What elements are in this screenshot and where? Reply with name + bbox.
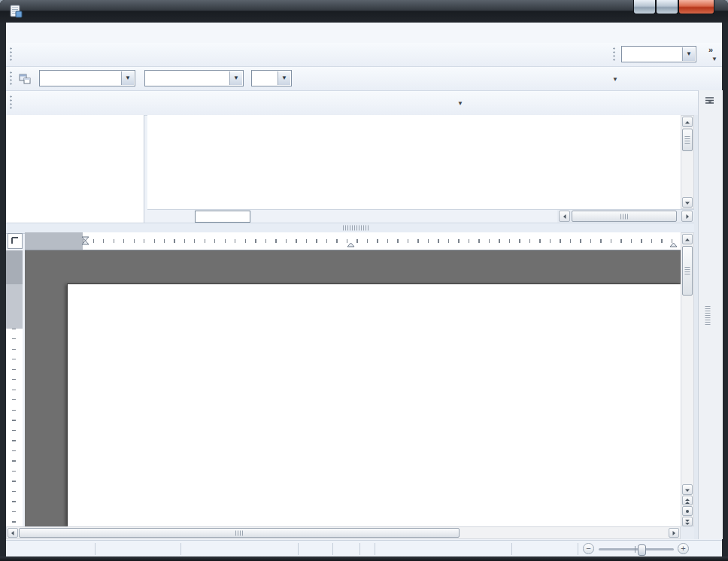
find-dropdown-icon[interactable]: ▼ [682,47,695,61]
document-scroll-thumb[interactable] [682,246,693,296]
scroll-down-icon[interactable] [682,484,693,495]
scroll-left-icon[interactable] [559,211,570,222]
status-bar: − + [6,540,722,557]
menu-bar [6,23,722,44]
document-hscroll-thumb[interactable] [19,528,460,538]
bold-button[interactable] [302,70,321,89]
data-source-explorer [6,115,144,223]
scroll-up-icon[interactable] [682,117,693,127]
document-view[interactable] [25,250,681,526]
zoom-slider-thumb[interactable] [638,544,646,556]
horizontal-ruler[interactable] [25,232,681,250]
formatting-toolbar-options-icon[interactable]: ▼ [612,76,618,83]
formatting-toolbar: ▼ ▼ ▼ ▼ [6,67,722,91]
toolbar-grip[interactable] [9,71,13,86]
minimize-button[interactable] [633,0,656,14]
toolbar-overflow-chevron[interactable]: » [708,45,713,54]
table-horizontal-scrollbar[interactable] [557,210,694,223]
font-name-dropdown-icon[interactable]: ▼ [229,71,242,85]
close-document-icon[interactable] [704,27,716,39]
scroll-right-icon[interactable] [681,211,693,222]
vertical-ruler[interactable] [6,250,23,526]
toolbar-grip[interactable] [9,47,13,62]
font-size-dropdown-icon[interactable]: ▼ [278,71,290,85]
right-indent-marker-icon[interactable] [669,242,678,247]
table-hscroll-thumb[interactable] [572,211,677,222]
application-window: ▼ » ▼ ▼ ▼ ▼ ▼ ▼ [0,0,728,561]
find-combobox[interactable]: ▼ [621,46,696,62]
right-indent-marker-icon[interactable] [347,242,355,247]
styles-window-icon [18,72,32,86]
scrollbar-corner [681,526,694,539]
find-toolbar-options-icon[interactable]: ▼ [711,56,717,62]
scroll-down-icon[interactable] [682,197,693,208]
zoom-out-icon[interactable]: − [583,543,594,554]
close-button[interactable] [678,0,714,14]
paragraph-style-dropdown-icon[interactable]: ▼ [121,71,134,85]
record-number-input[interactable] [195,211,250,223]
table-data-toolbar: ▼ [6,91,698,116]
toolbar-grip[interactable] [9,95,13,110]
window-bottom-border [0,556,728,561]
record-navigator [147,209,694,223]
italic-button[interactable] [321,70,340,89]
paragraph-style-combobox[interactable]: ▼ [39,70,135,86]
tab-type-selector[interactable] [8,233,23,249]
find-toolbar-grip[interactable] [612,47,616,62]
sidebar-menu-icon[interactable] [704,96,717,107]
sidebar-splitter-grip[interactable] [705,306,711,326]
scroll-right-icon[interactable] [669,528,679,538]
writer-app-icon [9,5,23,18]
underline-button[interactable] [340,70,359,89]
zoom-in-icon[interactable]: + [678,543,689,554]
next-page-icon[interactable] [682,517,693,526]
indent-marker-icon[interactable] [81,236,89,245]
table-vertical-scrollbar[interactable] [681,115,694,209]
table-data-toolbar-options-icon[interactable]: ▼ [457,100,463,107]
title-bar [0,0,728,23]
maximize-button[interactable] [656,0,678,14]
table-scroll-thumb[interactable] [682,129,693,151]
standard-toolbar: ▼ » ▼ [6,43,722,67]
scroll-left-icon[interactable] [8,528,18,538]
sidebar-tab-strip [698,90,723,539]
zoom-slider[interactable] [599,548,674,550]
scroll-up-icon[interactable] [682,234,693,244]
panel-gap [694,115,698,539]
document-vertical-scrollbar[interactable] [681,232,694,526]
data-table[interactable] [147,115,681,209]
document-horizontal-scrollbar[interactable] [6,526,681,539]
previous-page-icon[interactable] [682,496,693,505]
page [68,284,681,526]
navigation-icon[interactable] [682,506,693,516]
font-name-combobox[interactable]: ▼ [144,70,244,86]
styles-window-button[interactable] [15,69,36,89]
font-size-combobox[interactable]: ▼ [251,70,292,86]
